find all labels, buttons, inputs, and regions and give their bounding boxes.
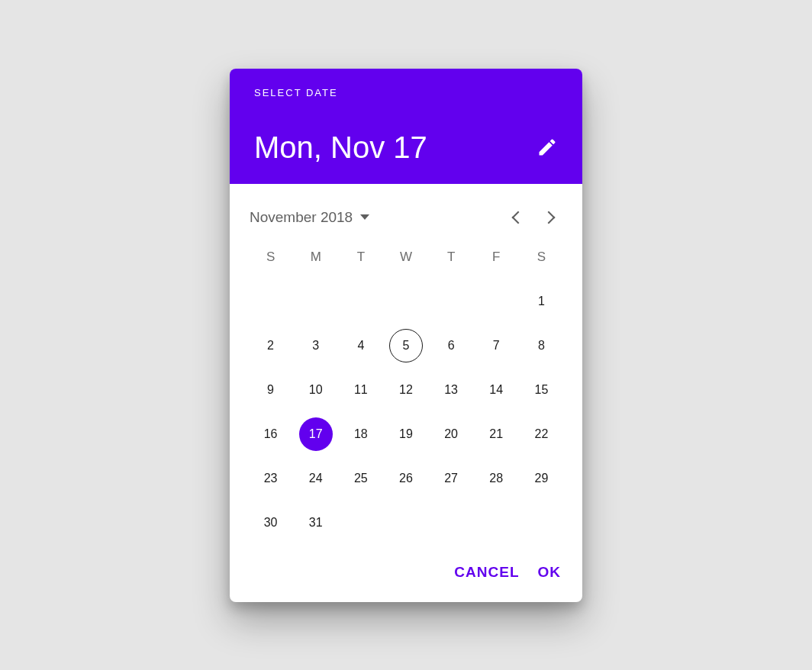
calendar-day[interactable]: 20 [434, 417, 468, 451]
calendar-day[interactable]: 28 [479, 462, 513, 495]
month-label: November 2018 [250, 209, 353, 226]
next-month-button[interactable] [533, 202, 564, 233]
dialog-header: SELECT DATE Mon, Nov 17 [230, 69, 582, 184]
calendar-day[interactable]: 25 [344, 462, 378, 495]
calendar-day[interactable]: 3 [299, 329, 333, 362]
headline-date: Mon, Nov 17 [254, 132, 427, 163]
ok-button[interactable]: OK [538, 564, 562, 581]
calendar-day[interactable]: 7 [479, 329, 513, 362]
calendar-day[interactable]: 4 [344, 329, 378, 362]
calendar-day[interactable]: 18 [344, 417, 378, 451]
calendar-day[interactable]: 31 [299, 506, 333, 540]
calendar-grid: SMTWTFS123456789101112131415161718192021… [245, 245, 567, 546]
calendar-day[interactable]: 6 [434, 329, 468, 362]
calendar-day[interactable]: 1 [524, 285, 558, 318]
day-of-week-label: M [293, 245, 338, 274]
chevron-right-icon [543, 211, 556, 224]
calendar-empty-cell [474, 285, 519, 318]
calendar-empty-cell [383, 285, 428, 318]
day-of-week-label: T [338, 245, 383, 274]
date-picker-dialog: SELECT DATE Mon, Nov 17 November 2018 [230, 69, 582, 602]
calendar-day[interactable]: 8 [524, 329, 558, 362]
calendar-day[interactable]: 12 [389, 373, 423, 407]
calendar-day[interactable]: 29 [524, 462, 558, 495]
calendar-day[interactable]: 22 [524, 417, 558, 451]
calendar-day[interactable]: 11 [344, 373, 378, 407]
calendar-day[interactable]: 23 [254, 462, 288, 495]
calendar-day[interactable]: 10 [299, 373, 333, 407]
month-dropdown[interactable]: November 2018 [250, 209, 369, 226]
calendar-empty-cell [429, 285, 474, 318]
overline: SELECT DATE [254, 87, 558, 98]
calendar-day[interactable]: 13 [434, 373, 468, 407]
day-of-week-label: S [519, 245, 564, 274]
cancel-button[interactable]: CANCEL [454, 564, 519, 581]
dialog-actions: CANCEL OK [230, 546, 582, 602]
day-of-week-label: F [474, 245, 519, 274]
calendar-day[interactable]: 14 [479, 373, 513, 407]
edit-icon[interactable] [536, 137, 558, 158]
calendar-day[interactable]: 5 [389, 329, 423, 362]
calendar-day[interactable]: 17 [299, 417, 333, 451]
calendar-day[interactable]: 27 [434, 462, 468, 495]
calendar-day[interactable]: 19 [389, 417, 423, 451]
calendar-day[interactable]: 2 [254, 329, 288, 362]
chevron-left-icon [512, 211, 525, 224]
calendar-day[interactable]: 21 [479, 417, 513, 451]
calendar-empty-cell [338, 285, 383, 318]
calendar-day[interactable]: 15 [524, 373, 558, 407]
day-of-week-label: W [383, 245, 428, 274]
calendar-empty-cell [248, 285, 293, 318]
day-of-week-label: T [429, 245, 474, 274]
day-of-week-label: S [248, 245, 293, 274]
dialog-body: November 2018 SMTWTFS1234567891011121314… [230, 184, 582, 546]
calendar-day[interactable]: 24 [299, 462, 333, 495]
calendar-day[interactable]: 30 [254, 506, 288, 540]
calendar-day[interactable]: 26 [389, 462, 423, 495]
calendar-day[interactable]: 16 [254, 417, 288, 451]
calendar-day[interactable]: 9 [254, 373, 288, 407]
caret-down-icon [360, 214, 369, 220]
calendar-empty-cell [293, 285, 338, 318]
prev-month-button[interactable] [503, 202, 533, 233]
